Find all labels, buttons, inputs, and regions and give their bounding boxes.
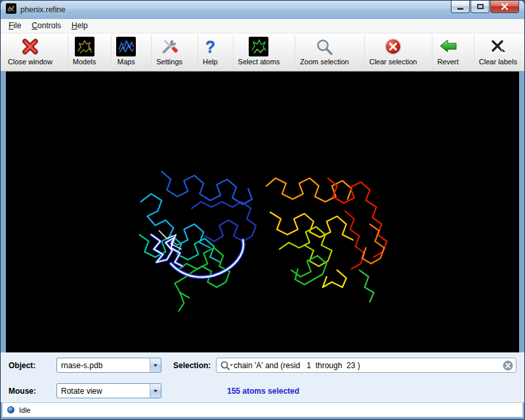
toolbar-label: Zoom selection [300, 58, 349, 66]
menu-file[interactable]: File [3, 19, 26, 33]
maximize-icon [477, 4, 484, 9]
maps-icon [116, 36, 136, 57]
toolbar-label: Revert [437, 58, 458, 66]
toolbar-button-help[interactable]: ? Help [198, 35, 222, 70]
settings-icon [159, 36, 179, 57]
toolbar-button-select-atoms[interactable]: Select atoms [233, 35, 285, 70]
status-led-icon [7, 406, 14, 413]
window-controls [450, 1, 519, 13]
status-text: Idle [19, 406, 31, 414]
toolbar-label: Select atoms [238, 58, 280, 66]
close-button[interactable] [490, 1, 519, 13]
atoms-selected-status: 155 atoms selected [227, 387, 299, 396]
toolbar-label: Maps [117, 58, 135, 66]
selection-input[interactable] [234, 358, 503, 372]
clear-selection-icon [384, 36, 402, 57]
molecule-viewport[interactable] [6, 72, 519, 352]
status-bar: Idle [2, 402, 523, 417]
mouse-mode-row: Mouse: Rotate view 155 atoms selected [9, 383, 516, 398]
models-icon [75, 36, 94, 57]
close-window-icon [22, 36, 39, 57]
menu-controls[interactable]: Controls [26, 19, 66, 33]
selection-label: Selection: [161, 361, 216, 370]
toolbar-label: Clear labels [479, 58, 517, 66]
toolbar-button-zoom-selection[interactable]: Zoom selection [295, 35, 354, 70]
clear-input-icon[interactable] [503, 360, 513, 371]
selection-search-box [216, 358, 516, 373]
object-selection-row: Object: rnase-s.pdb Selection: [9, 358, 516, 373]
toolbar-button-revert[interactable]: Revert [432, 35, 463, 70]
toolbar-label: Help [203, 58, 218, 66]
toolbar: Close window Models Maps Settings ? Help [1, 33, 524, 72]
window-icon [6, 3, 16, 16]
zoom-selection-icon [315, 36, 333, 57]
viewport-frame [1, 72, 524, 352]
toolbar-label: Close window [8, 58, 52, 66]
menu-bar: File Controls Help [1, 19, 524, 33]
title-bar[interactable]: phenix.refine [1, 1, 524, 19]
toolbar-label: Clear selection [369, 58, 417, 66]
chevron-down-icon [154, 364, 158, 367]
toolbar-button-close-window[interactable]: Close window [3, 35, 57, 70]
window-title: phenix.refine [20, 5, 66, 14]
revert-icon [438, 36, 458, 57]
control-panel: Object: rnase-s.pdb Selection: Mouse: Ro… [1, 352, 524, 402]
toolbar-label: Models [73, 58, 96, 66]
app-window: phenix.refine File Controls Help Close w… [0, 0, 525, 420]
close-icon [500, 3, 509, 10]
molecule-render [6, 72, 519, 352]
toolbar-button-settings[interactable]: Settings [151, 35, 187, 70]
help-icon: ? [205, 36, 215, 57]
mouse-mode-value: Rotate view [57, 387, 150, 396]
object-dropdown-button[interactable] [150, 358, 161, 372]
select-atoms-icon [249, 36, 268, 57]
object-dropdown[interactable]: rnase-s.pdb [56, 358, 161, 373]
maximize-button[interactable] [471, 1, 490, 13]
minimize-icon [457, 8, 463, 10]
minimize-button[interactable] [451, 1, 470, 13]
mouse-mode-dropdown-button[interactable] [150, 384, 161, 398]
toolbar-button-maps[interactable]: Maps [111, 35, 140, 70]
help-glyph: ? [205, 39, 215, 55]
object-dropdown-value: rnase-s.pdb [57, 361, 150, 370]
mouse-label: Mouse: [9, 387, 56, 396]
mouse-mode-dropdown[interactable]: Rotate view [56, 383, 161, 398]
object-label: Object: [9, 361, 56, 370]
chevron-down-icon [154, 390, 158, 392]
clear-labels-icon [489, 36, 507, 57]
toolbar-button-models[interactable]: Models [68, 35, 100, 70]
toolbar-label: Settings [156, 58, 182, 66]
search-icon[interactable] [220, 360, 234, 371]
menu-help[interactable]: Help [66, 19, 93, 33]
toolbar-button-clear-selection[interactable]: Clear selection [364, 35, 422, 70]
toolbar-button-clear-labels[interactable]: Clear labels [474, 35, 522, 70]
